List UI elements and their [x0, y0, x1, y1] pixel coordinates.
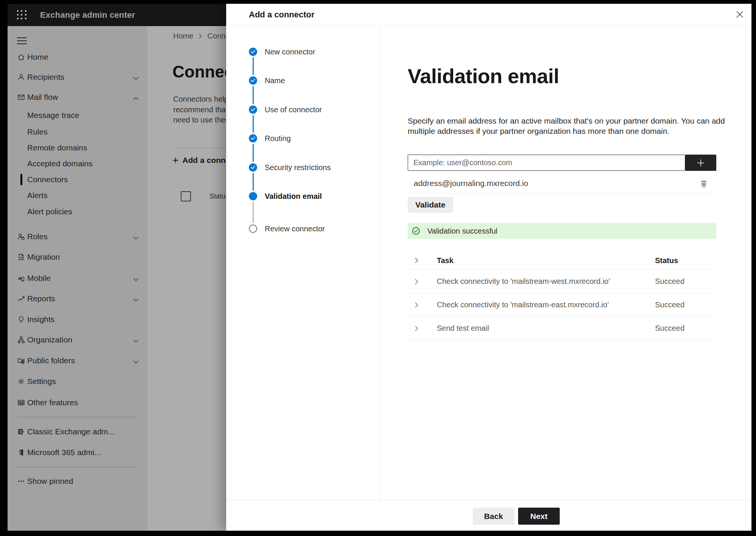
expand-row-chevron-icon[interactable]: [414, 302, 419, 308]
task-cell: Check connectivity to 'mailstream-west.m…: [437, 277, 610, 286]
reports-icon: [17, 294, 25, 303]
select-all-checkbox[interactable]: [181, 191, 191, 201]
roles-icon: [17, 232, 25, 241]
add-address-button[interactable]: [685, 155, 716, 171]
sidebar-item-alert-policies[interactable]: Alert policies: [8, 205, 147, 218]
sidebar-item-rules[interactable]: Rules: [8, 125, 147, 139]
divider: [173, 148, 226, 149]
step-circle-security-restrictions[interactable]: [249, 163, 257, 172]
sidebar-item-other-features[interactable]: Other features: [8, 396, 147, 409]
paragraph-line: need to use ther: [173, 115, 226, 125]
back-button[interactable]: Back: [473, 508, 514, 525]
sidebar-item-organization[interactable]: Organization: [8, 333, 147, 347]
sidebar-item-alerts[interactable]: Alerts: [8, 189, 147, 202]
step-connector-line: [253, 144, 254, 162]
chevron-down-icon: [133, 75, 139, 82]
sidebar-item-insights[interactable]: Insights: [8, 313, 147, 326]
success-check-icon: [412, 227, 420, 235]
check-icon: [251, 136, 255, 140]
sidebar-item-reports[interactable]: Reports: [8, 292, 147, 305]
step-label-review-connector: Review connector: [265, 224, 325, 234]
expand-row-chevron-icon[interactable]: [414, 325, 419, 332]
check-icon: [251, 108, 255, 112]
step-label-use-of-connector: Use of connector: [265, 105, 322, 115]
step-label-new-connector: New connector: [265, 47, 315, 57]
step-label-name: Name: [265, 76, 285, 85]
step-connector-line: [253, 202, 254, 223]
sidebar-item-mobile[interactable]: Mobile: [8, 271, 147, 285]
panel-header: Add a connector: [226, 4, 751, 25]
close-button[interactable]: [733, 8, 747, 21]
sidebar-item-label: Migration: [27, 253, 60, 262]
description-line: multiple addresses if your partner organ…: [408, 126, 725, 136]
step-circle-new-connector[interactable]: [249, 48, 257, 56]
sidebar-item-label: Accepted domains: [27, 159, 93, 168]
delete-address-button[interactable]: [698, 178, 709, 189]
email-address-input[interactable]: [408, 155, 685, 171]
screen: Exchange admin center HomeRecipientsMail…: [0, 0, 756, 536]
sidebar-item-label: Recipients: [27, 73, 64, 82]
selected-indicator: [20, 174, 22, 185]
trash-icon: [700, 180, 708, 188]
expand-row-chevron-icon[interactable]: [414, 278, 419, 285]
chevron-down-icon: [133, 236, 139, 240]
plus-icon: +: [172, 155, 179, 166]
hamburger-menu-icon[interactable]: [17, 37, 27, 45]
sidebar-item-label: Microsoft 365 admi...: [27, 448, 101, 457]
step-circle-name[interactable]: [249, 76, 257, 85]
sidebar-item-classic-exchange-adm[interactable]: Classic Exchange adm...: [8, 425, 147, 438]
sidebar-item-mail-flow[interactable]: Mail flow: [8, 90, 147, 104]
breadcrumb-chevron-icon: [199, 34, 202, 39]
sidebar-item-accepted-domains[interactable]: Accepted domains: [8, 157, 147, 170]
sidebar-item-label: Rules: [27, 127, 48, 136]
sidebar-item-show-pinned[interactable]: Show pinned: [8, 474, 147, 488]
task-row-check-connectivity-to-mailstream-east-mx[interactable]: Check connectivity to 'mailstream-east.m…: [408, 293, 716, 317]
add-connector-panel: Add a connector New connectorNameUse of …: [226, 4, 751, 531]
page-description: Specify an email address for an active m…: [408, 116, 725, 136]
chevron-down-icon: [133, 277, 139, 282]
task-row-send-test-email[interactable]: Send test emailSucceed: [408, 317, 716, 340]
step-label-validation-email: Validation email: [265, 191, 322, 201]
step-connector-line: [253, 86, 254, 104]
sidebar-item-label: Message trace: [27, 111, 79, 120]
sidebar-item-message-trace[interactable]: Message trace: [8, 108, 147, 122]
app-launcher-icon[interactable]: [17, 10, 27, 20]
expand-all-chevron-icon[interactable]: [414, 257, 419, 264]
sidebar-item-remote-domains[interactable]: Remote domains: [8, 141, 147, 155]
sidebar-item-home[interactable]: Home: [8, 50, 147, 64]
task-row-check-connectivity-to-mailstream-west-mx[interactable]: Check connectivity to 'mailstream-west.m…: [408, 270, 716, 293]
sidebar-item-settings[interactable]: Settings: [8, 375, 147, 388]
sidebar-item-connectors[interactable]: Connectors: [8, 173, 147, 186]
check-icon: [251, 79, 255, 82]
sidebar-item-label: Mobile: [27, 274, 51, 283]
status-cell: Succeed: [655, 324, 685, 333]
chevron-up-icon: [133, 95, 139, 102]
chevron-down-icon: [133, 360, 139, 364]
banner-text: Validation successful: [427, 227, 497, 235]
next-button[interactable]: Next: [518, 508, 560, 525]
paragraph-line: recommend that: [173, 105, 226, 115]
sidebar-item-recipients[interactable]: Recipients: [8, 70, 147, 84]
paragraph-line: Connectors help: [173, 94, 226, 105]
step-circle-routing[interactable]: [249, 134, 257, 143]
validate-button[interactable]: Validate: [408, 197, 453, 213]
organization-icon: [17, 336, 25, 344]
breadcrumb-home-link[interactable]: Home: [173, 32, 193, 40]
chevron-down-icon: [133, 338, 139, 345]
sidebar-item-roles[interactable]: Roles: [8, 230, 147, 243]
description-line: Specify an email address for an active m…: [408, 116, 725, 126]
step-circle-review-connector[interactable]: [249, 225, 257, 233]
status-cell: Succeed: [655, 301, 685, 309]
sidebar-item-microsoft-365-admi[interactable]: Microsoft 365 admi...: [8, 446, 147, 459]
sidebar-item-public-folders[interactable]: Public folders: [8, 354, 147, 367]
breadcrumb-current: Conne: [207, 32, 226, 40]
status-cell: Succeed: [655, 277, 685, 286]
step-circle-use-of-connector[interactable]: [249, 105, 257, 114]
step-connector-line: [253, 57, 254, 75]
sidebar-item-migration[interactable]: Migration: [8, 250, 147, 264]
step-circle-validation-email[interactable]: [249, 192, 257, 200]
chevron-down-icon: [133, 298, 139, 302]
add-connector-button[interactable]: + Add a conn: [172, 155, 226, 166]
wizard-steps: New connectorNameUse of connectorRouting…: [226, 25, 380, 503]
sidebar-item-label: Mail flow: [27, 93, 58, 102]
